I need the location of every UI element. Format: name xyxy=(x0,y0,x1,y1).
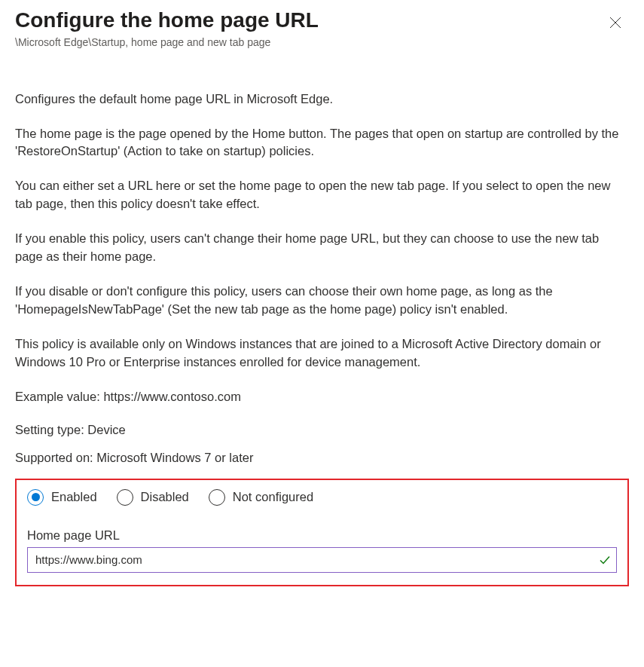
homepage-url-label: Home page URL xyxy=(27,528,617,543)
description-paragraph: If you enable this policy, users can't c… xyxy=(15,230,629,266)
description-paragraph: This policy is available only on Windows… xyxy=(15,335,629,372)
radio-label: Disabled xyxy=(141,490,189,504)
close-button[interactable] xyxy=(605,12,626,35)
radio-not-configured[interactable]: Not configured xyxy=(209,489,313,506)
breadcrumb: \Microsoft Edge\Startup, home page and n… xyxy=(15,36,319,48)
radio-icon xyxy=(117,489,133,506)
radio-icon xyxy=(27,489,44,506)
settings-highlight-box: Enabled Disabled Not configured Home pag… xyxy=(15,479,629,586)
radio-label: Not configured xyxy=(233,490,313,504)
description-paragraph: If you disable or don't configure this p… xyxy=(15,283,629,319)
radio-label: Enabled xyxy=(51,490,97,504)
close-icon xyxy=(609,17,621,31)
radio-disabled[interactable]: Disabled xyxy=(117,489,189,506)
homepage-url-input-wrap xyxy=(27,547,617,573)
description-paragraph: You can either set a URL here or set the… xyxy=(15,177,629,213)
description-block: Configures the default home page URL in … xyxy=(15,90,629,406)
radio-enabled[interactable]: Enabled xyxy=(27,489,97,506)
checkmark-icon xyxy=(599,554,611,566)
example-value: Example value: https://www.contoso.com xyxy=(15,388,629,406)
supported-on: Supported on: Microsoft Windows 7 or lat… xyxy=(15,451,629,465)
policy-settings-panel: Configure the home page URL \Microsoft E… xyxy=(0,0,644,601)
state-radio-group: Enabled Disabled Not configured xyxy=(27,489,617,506)
page-title: Configure the home page URL xyxy=(15,8,319,33)
header-row: Configure the home page URL \Microsoft E… xyxy=(15,8,629,90)
setting-type: Setting type: Device xyxy=(15,423,629,437)
description-paragraph: Configures the default home page URL in … xyxy=(15,90,629,109)
radio-icon xyxy=(209,489,225,506)
header-text: Configure the home page URL \Microsoft E… xyxy=(15,8,319,90)
homepage-url-input[interactable] xyxy=(27,547,617,573)
description-paragraph: The home page is the page opened by the … xyxy=(15,125,629,161)
